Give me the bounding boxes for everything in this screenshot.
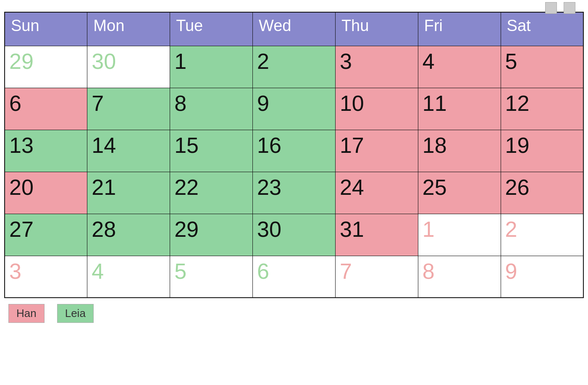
- calendar-day[interactable]: 29: [170, 214, 253, 256]
- weekday-header-sat: Sat: [501, 12, 583, 46]
- weekday-header-row: SunMonTueWedThuFriSat: [5, 12, 583, 46]
- calendar-day[interactable]: 24: [335, 172, 418, 214]
- calendar-day[interactable]: 18: [418, 130, 501, 172]
- calendar-day[interactable]: 15: [170, 130, 253, 172]
- calendar-day[interactable]: 2: [253, 46, 336, 88]
- calendar-day[interactable]: 5: [170, 256, 253, 298]
- calendar-day[interactable]: 16: [253, 130, 336, 172]
- calendar-day[interactable]: 2: [501, 214, 583, 256]
- calendar-day[interactable]: 20: [5, 172, 87, 214]
- weekday-header-mon: Mon: [87, 12, 170, 46]
- calendar-day[interactable]: 19: [501, 130, 583, 172]
- week-row-3: 13141516171819: [5, 130, 583, 172]
- calendar-day[interactable]: 17: [335, 130, 418, 172]
- weekday-header-tue: Tue: [170, 12, 253, 46]
- calendar-day[interactable]: 25: [418, 172, 501, 214]
- calendar-day[interactable]: 29: [5, 46, 87, 88]
- weekday-header-sun: Sun: [5, 12, 87, 46]
- calendar-day[interactable]: 3: [335, 46, 418, 88]
- calendar-day[interactable]: 12: [501, 88, 583, 130]
- calendar-day[interactable]: 1: [170, 46, 253, 88]
- calendar-day[interactable]: 30: [87, 46, 170, 88]
- calendar-day[interactable]: 26: [501, 172, 583, 214]
- legend-color-box-leia: Leia: [57, 304, 94, 323]
- week-row-5: 272829303112: [5, 214, 583, 256]
- calendar-day[interactable]: 23: [253, 172, 336, 214]
- calendar-day[interactable]: 9: [501, 256, 583, 298]
- calendar-day[interactable]: 14: [87, 130, 170, 172]
- week-row-2: 6789101112: [5, 88, 583, 130]
- calendar-day[interactable]: 8: [170, 88, 253, 130]
- weekday-header-fri: Fri: [418, 12, 501, 46]
- calendar-day[interactable]: 4: [87, 256, 170, 298]
- calendar-day[interactable]: 3: [5, 256, 87, 298]
- legend-item-han: Han: [8, 304, 45, 323]
- week-row-4: 20212223242526: [5, 172, 583, 214]
- legend-item-leia: Leia: [57, 304, 94, 323]
- calendar-day[interactable]: 8: [418, 256, 501, 298]
- calendar-day[interactable]: 9: [253, 88, 336, 130]
- calendar-header: [4, 4, 584, 12]
- year-nav: [545, 2, 575, 14]
- calendar-day[interactable]: 30: [253, 214, 336, 256]
- weekday-header-thu: Thu: [335, 12, 418, 46]
- legend-color-box-han: Han: [8, 304, 45, 323]
- calendar-day[interactable]: 4: [418, 46, 501, 88]
- calendar-day[interactable]: 6: [5, 88, 87, 130]
- calendar-day[interactable]: 7: [87, 88, 170, 130]
- week-row-6: 3456789: [5, 256, 583, 298]
- legend: HanLeia: [4, 304, 94, 323]
- calendar-day[interactable]: 1: [418, 214, 501, 256]
- calendar-day[interactable]: 22: [170, 172, 253, 214]
- calendar-day[interactable]: 31: [335, 214, 418, 256]
- calendar-day[interactable]: 6: [253, 256, 336, 298]
- calendar-day[interactable]: 27: [5, 214, 87, 256]
- calendar-day[interactable]: 28: [87, 214, 170, 256]
- weekday-header-wed: Wed: [253, 12, 336, 46]
- calendar-day[interactable]: 21: [87, 172, 170, 214]
- next-year-button[interactable]: [564, 2, 575, 14]
- calendar-day[interactable]: 10: [335, 88, 418, 130]
- calendar-table: SunMonTueWedThuFriSat 293012345678910111…: [4, 12, 584, 298]
- prev-year-button[interactable]: [545, 2, 557, 14]
- calendar-day[interactable]: 7: [335, 256, 418, 298]
- calendar-day[interactable]: 5: [501, 46, 583, 88]
- calendar-day[interactable]: 13: [5, 130, 87, 172]
- calendar-day[interactable]: 11: [418, 88, 501, 130]
- week-row-1: 293012345: [5, 46, 583, 88]
